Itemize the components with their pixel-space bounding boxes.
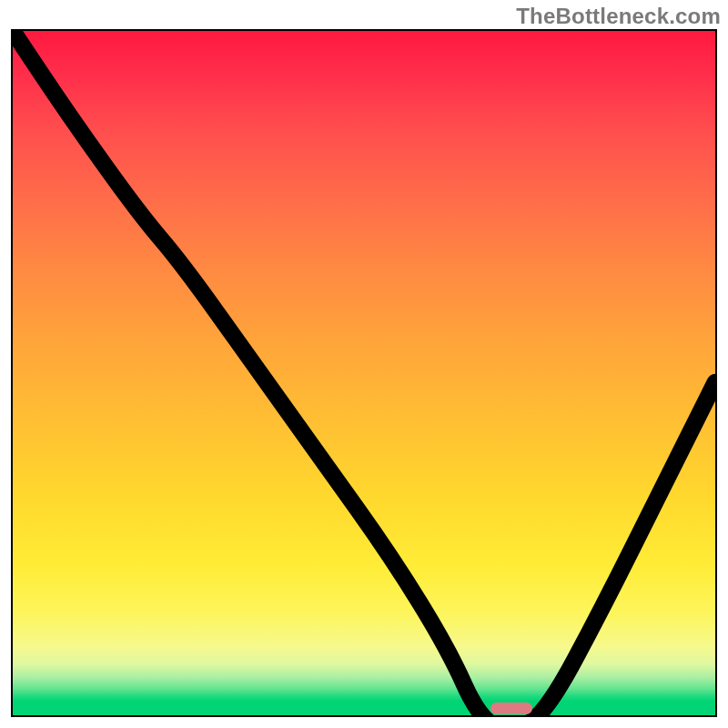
bottleneck-curve — [13, 31, 715, 717]
plot-frame — [11, 29, 717, 717]
optimal-zone-marker — [490, 703, 532, 714]
watermark-text: TheBottleneck.com — [516, 4, 721, 29]
chart-stage: TheBottleneck.com — [0, 0, 728, 728]
